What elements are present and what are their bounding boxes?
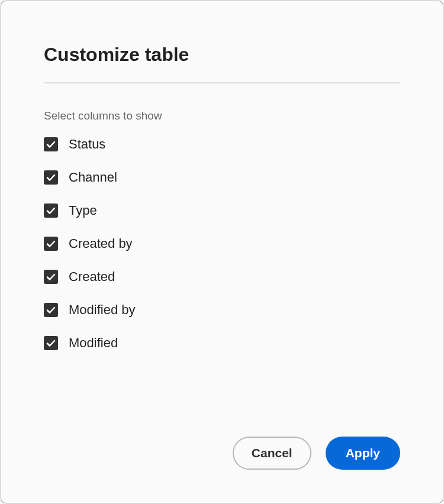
checkbox-status[interactable]: Status <box>44 137 400 152</box>
checkmark-icon <box>44 270 58 284</box>
checkbox-label: Channel <box>69 170 117 185</box>
checkbox-type[interactable]: Type <box>44 203 400 218</box>
checkbox-label: Created <box>69 269 115 285</box>
checkbox-label: Status <box>69 137 105 152</box>
checkbox-label: Created by <box>69 236 133 251</box>
checkbox-created[interactable]: Created <box>44 269 400 285</box>
apply-button[interactable]: Apply <box>326 437 400 470</box>
checkbox-label: Type <box>69 203 97 218</box>
dialog-button-row: Cancel Apply <box>233 437 400 470</box>
dialog-title: Customize table <box>44 44 400 66</box>
checkmark-icon <box>44 336 58 350</box>
checkmark-icon <box>44 237 58 251</box>
checkbox-label: Modified by <box>69 302 136 318</box>
checkbox-modified[interactable]: Modified <box>44 335 400 351</box>
checkbox-modified-by[interactable]: Modified by <box>44 302 400 318</box>
checkmark-icon <box>44 303 58 317</box>
section-label: Select columns to show <box>44 109 400 122</box>
checkbox-label: Modified <box>69 335 118 351</box>
checkmark-icon <box>44 170 58 185</box>
checkbox-channel[interactable]: Channel <box>44 170 400 185</box>
checkbox-created-by[interactable]: Created by <box>44 236 400 251</box>
checkmark-icon <box>44 203 58 218</box>
cancel-button[interactable]: Cancel <box>233 437 311 470</box>
divider <box>44 82 400 83</box>
customize-table-dialog: Customize table Select columns to show S… <box>1 1 443 503</box>
checkmark-icon <box>44 137 58 151</box>
checkbox-list: Status Channel Type Created by Created <box>44 137 400 351</box>
